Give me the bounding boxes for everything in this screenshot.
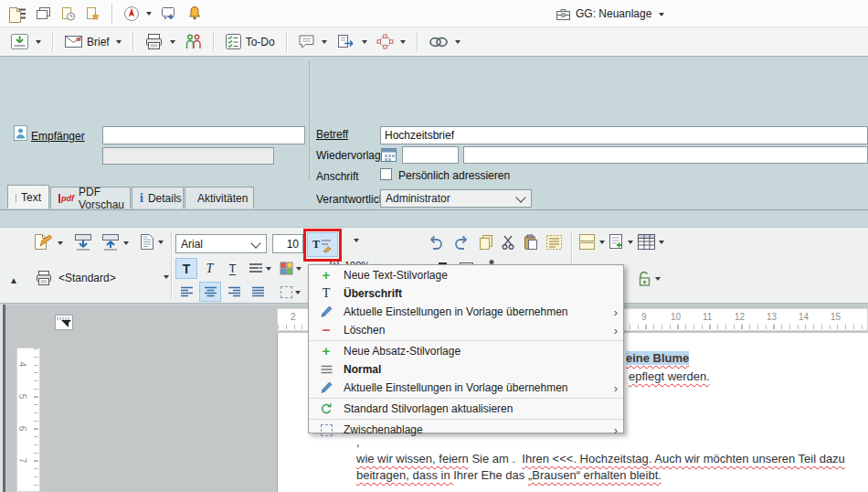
justify-button[interactable] xyxy=(247,282,269,302)
tab-aktivitaeten[interactable]: Aktivitäten xyxy=(185,187,254,209)
recipient-secondary-input[interactable] xyxy=(102,147,274,165)
tab-details[interactable]: i Details xyxy=(132,187,184,209)
dropdown-caret-icon xyxy=(158,241,164,247)
dropdown-caret-icon xyxy=(659,241,664,247)
subject-label[interactable]: Betreff xyxy=(316,128,348,141)
ruler-number: 4 xyxy=(17,362,27,368)
paragraph-lines-icon xyxy=(309,365,344,374)
italic-toggle[interactable]: T xyxy=(199,258,220,279)
forward-document-button[interactable] xyxy=(332,30,372,53)
menu-item-new-text-style[interactable]: + Neue Text-Stilvorlage xyxy=(309,266,623,284)
navigation-button[interactable] xyxy=(119,2,156,26)
paragraph-settings-button[interactable] xyxy=(245,258,274,279)
divider xyxy=(111,4,112,24)
compass-icon xyxy=(123,5,140,22)
favorites-button[interactable] xyxy=(80,3,105,25)
notifications-button[interactable] xyxy=(183,2,206,25)
text-styles-caret-icon[interactable] xyxy=(354,239,359,258)
align-center-button[interactable] xyxy=(199,282,221,302)
table-button[interactable] xyxy=(637,233,664,251)
document-frame-add-icon xyxy=(608,233,625,251)
followup-date-input[interactable] xyxy=(402,146,459,164)
protection-button[interactable] xyxy=(637,270,661,287)
border-button[interactable] xyxy=(276,282,305,302)
pencil-icon xyxy=(309,381,344,394)
menu-item-loeschen[interactable]: – Löschen › xyxy=(309,321,623,339)
ruler-number: 13 xyxy=(767,312,777,322)
align-right-button[interactable] xyxy=(223,282,245,302)
menu-item-apply-to-template-text[interactable]: Aktuelle Einstellungen in Vorlage überne… xyxy=(309,303,623,321)
recipient-input[interactable] xyxy=(102,126,305,144)
envelope-icon xyxy=(64,35,83,48)
font-color-button[interactable] xyxy=(276,258,305,279)
printer-profile-caret-icon[interactable] xyxy=(164,275,169,294)
recipient-icon xyxy=(14,125,27,141)
align-left-button[interactable] xyxy=(175,282,197,302)
underline-toggle[interactable]: T xyxy=(222,258,243,279)
windows-button[interactable] xyxy=(31,3,56,24)
export-document-button[interactable] xyxy=(101,233,129,251)
message-import-icon xyxy=(161,5,178,21)
page-settings-button[interactable] xyxy=(139,233,164,251)
comments-button[interactable] xyxy=(293,30,332,53)
workflow-button[interactable] xyxy=(372,30,410,53)
import-document-button[interactable] xyxy=(73,233,93,251)
brief-button[interactable]: Brief xyxy=(59,31,126,52)
bold-toggle[interactable]: T xyxy=(175,258,197,279)
link-button[interactable] xyxy=(424,32,465,52)
divider xyxy=(417,32,418,52)
personal-address-checkbox[interactable] xyxy=(380,168,392,180)
message-import-button[interactable] xyxy=(156,2,183,25)
brief-button-label: Brief xyxy=(87,36,110,48)
copy-button[interactable] xyxy=(478,234,494,251)
paragraph-lines-icon xyxy=(249,262,263,274)
ruler-number: 14 xyxy=(799,312,809,322)
ruler-ticks xyxy=(34,348,38,491)
followup-calendar-button[interactable] xyxy=(380,146,397,166)
select-all-button[interactable] xyxy=(545,234,563,251)
new-document-button[interactable] xyxy=(7,6,23,24)
document-frame-button[interactable] xyxy=(608,233,633,251)
menu-item-ueberschrift[interactable]: T Überschrift xyxy=(309,284,623,303)
printer-profile-select[interactable]: <Standard> xyxy=(35,270,116,286)
followup-note-input[interactable] xyxy=(463,146,868,164)
border-box-icon xyxy=(281,286,292,298)
font-family-select[interactable]: Arial xyxy=(175,234,267,253)
main-toolbar: Brief To-Do xyxy=(0,27,868,57)
menu-item-normal[interactable]: Normal xyxy=(309,360,623,379)
menu-item-new-paragraph-style[interactable]: + Neue Absatz-Stilvorlage xyxy=(309,342,623,360)
font-size-input[interactable] xyxy=(272,234,303,253)
table-icon xyxy=(637,233,656,251)
subject-input[interactable] xyxy=(380,126,868,144)
submenu-arrow-icon: › xyxy=(609,381,623,395)
menu-item-update-standard-styles[interactable]: Standard Stilvorlagen aktualisieren xyxy=(309,400,623,418)
recipient-label[interactable]: Empfänger xyxy=(31,130,85,143)
edit-document-button[interactable] xyxy=(33,233,63,251)
calendar-icon xyxy=(380,146,397,164)
tab-selector-button[interactable] xyxy=(55,315,73,330)
save-button[interactable] xyxy=(5,29,46,54)
copy-icon xyxy=(478,234,494,251)
text-styles-button[interactable]: T xyxy=(307,232,338,257)
menu-item-apply-to-template-paragraph[interactable]: Aktuelle Einstellungen in Vorlage überne… xyxy=(309,379,623,397)
todo-button[interactable]: To-Do xyxy=(220,29,280,54)
tab-pdf-vorschau[interactable]: pdf PDF Vorschau xyxy=(50,187,131,209)
page-layout-button[interactable] xyxy=(578,233,605,251)
tab-text[interactable]: Text xyxy=(7,185,49,209)
redo-button[interactable] xyxy=(452,235,470,251)
participants-button[interactable] xyxy=(180,29,206,54)
module-dropdown-caret-icon[interactable] xyxy=(659,13,664,19)
paste-button[interactable] xyxy=(523,234,539,251)
collapse-panel-button[interactable]: ▲ xyxy=(9,275,18,285)
module-icon xyxy=(556,7,571,21)
dropdown-caret-icon xyxy=(296,267,302,273)
document-star-icon xyxy=(85,6,101,21)
undo-button[interactable] xyxy=(428,235,445,251)
view-tabs: Text pdf PDF Vorschau i Details Aktivitä… xyxy=(0,185,868,209)
divider xyxy=(132,32,133,52)
vertical-ruler[interactable]: 4 5 6 7 xyxy=(16,348,40,492)
menu-item-zwischenablage[interactable]: Zwischenablage › xyxy=(309,421,623,439)
cut-button[interactable] xyxy=(501,234,517,251)
recent-documents-button[interactable] xyxy=(56,3,80,25)
print-button[interactable] xyxy=(140,29,180,54)
